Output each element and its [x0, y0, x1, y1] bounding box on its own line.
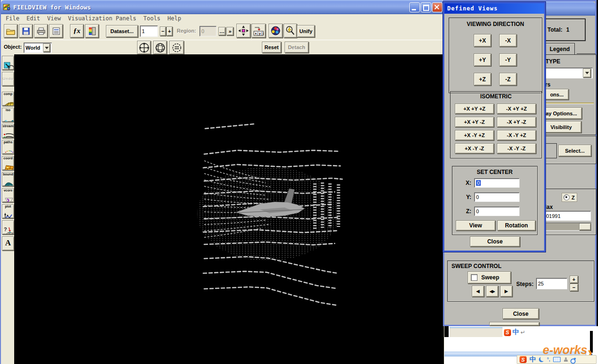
- isometric-button-4[interactable]: +X -Y +Z: [455, 130, 494, 140]
- sweep-back-button[interactable]: ◀: [472, 286, 484, 297]
- rotation-button[interactable]: Rotation: [497, 220, 536, 231]
- sweep-forward-button[interactable]: ▶: [500, 286, 512, 297]
- view-direction-button-plusy[interactable]: +Y: [474, 53, 491, 66]
- set-center-input-y[interactable]: 0: [474, 192, 520, 202]
- open-button[interactable]: [4, 24, 17, 38]
- transform-button[interactable]: [236, 24, 251, 38]
- isometric-button-3[interactable]: -X +Y -Z: [497, 117, 536, 127]
- fullwidth-moon-icon[interactable]: [539, 357, 544, 362]
- unify-button[interactable]: Unify: [297, 25, 315, 37]
- sidebar-item-zoom-select[interactable]: [2, 56, 14, 70]
- steps-plus-button[interactable]: +: [570, 276, 578, 283]
- account-icon[interactable]: [563, 357, 568, 362]
- sidebar-item-comp[interactable]: comp: [2, 92, 14, 106]
- isometric-button-1[interactable]: -X +Y +Z: [497, 104, 536, 114]
- menu-item-view[interactable]: View: [47, 15, 61, 22]
- sweep-toggle-button[interactable]: Sweep: [468, 271, 511, 284]
- save-button[interactable]: [19, 24, 33, 38]
- object-dropdown[interactable]: World: [24, 43, 52, 53]
- ime-chinese-mode[interactable]: 中: [529, 355, 536, 364]
- colorwheel-button[interactable]: [269, 24, 283, 38]
- sidebar-item-coord[interactable]: coord: [2, 156, 14, 170]
- pan-mode-button[interactable]: [137, 41, 151, 54]
- sogou-icon[interactable]: S: [504, 329, 511, 336]
- print-button[interactable]: [34, 24, 48, 38]
- menu-item-tools[interactable]: Tools: [143, 15, 160, 22]
- axes-button[interactable]: x|y|z: [251, 24, 266, 38]
- punctuation-icon[interactable]: °,: [547, 357, 550, 362]
- sweep-checkbox[interactable]: [471, 274, 477, 281]
- view-direction-button-plusz[interactable]: +Z: [474, 73, 491, 86]
- sidebar-item-annotate[interactable]: A: [2, 236, 14, 251]
- set-center-input-x[interactable]: 0: [474, 178, 520, 188]
- report-button[interactable]: [49, 24, 63, 38]
- visibility-button[interactable]: Visibility: [541, 121, 581, 133]
- menu-item-visualization-panels[interactable]: Visualization Panels: [68, 15, 137, 22]
- view-direction-button-minusx[interactable]: -X: [499, 34, 517, 47]
- viewport-scene[interactable]: [14, 54, 444, 364]
- sidebar-item-bound[interactable]: bound: [2, 172, 14, 186]
- isometric-button-7[interactable]: -X -Y -Z: [497, 143, 536, 154]
- max-input[interactable]: [540, 211, 591, 221]
- sogou-logo-icon[interactable]: S: [520, 356, 527, 363]
- isometric-button-2[interactable]: +X +Y -Z: [455, 117, 494, 127]
- minimize-button[interactable]: [409, 2, 420, 12]
- sweep-bounce-button[interactable]: ◀▶: [486, 286, 498, 297]
- sidebar-item-probe[interactable]: ?: [2, 220, 14, 234]
- isometric-button-0[interactable]: +X +Y +Z: [455, 104, 494, 114]
- steps-input[interactable]: [536, 278, 567, 289]
- dataset-minus-button[interactable]: −: [160, 26, 166, 36]
- view-direction-button-minusy[interactable]: -Y: [499, 53, 517, 66]
- set-center-input-z[interactable]: 0: [474, 207, 520, 216]
- region-list-button[interactable]: …: [218, 27, 225, 35]
- soft-keyboard-icon[interactable]: [553, 357, 561, 362]
- dialog-titlebar[interactable]: Defined Views: [444, 3, 544, 14]
- function-button[interactable]: ƒx: [70, 24, 84, 38]
- isometric-button-6[interactable]: +X -Y -Z: [455, 143, 494, 154]
- z-radio-icon[interactable]: [563, 194, 570, 200]
- type-dropdown-arrow[interactable]: [583, 69, 591, 78]
- z-radio-chip[interactable]: Z: [562, 193, 577, 202]
- dataset-plus-button[interactable]: +: [166, 26, 173, 36]
- isometric-button-5[interactable]: -X -Y +Z: [497, 130, 536, 140]
- type-dropdown[interactable]: [544, 68, 593, 78]
- display-options-button[interactable]: ay Options...: [541, 107, 582, 119]
- slider-handle[interactable]: [579, 223, 591, 230]
- close-button[interactable]: [432, 2, 442, 12]
- view-button[interactable]: View: [456, 220, 495, 231]
- ime-lang-indicator[interactable]: 中: [512, 328, 519, 337]
- viewport[interactable]: [14, 54, 444, 364]
- sidebar-item-paths[interactable]: paths: [2, 140, 14, 154]
- menu-item-edit[interactable]: Edit: [26, 15, 40, 22]
- max-slider[interactable]: [540, 223, 592, 231]
- options-button[interactable]: ons...: [545, 89, 569, 100]
- object-dropdown-arrow[interactable]: [43, 43, 50, 52]
- dataset-button[interactable]: Dataset...: [106, 25, 138, 37]
- ime-mini-bar[interactable]: S 中 ↵: [504, 328, 525, 337]
- zoom-mode-button[interactable]: [169, 41, 184, 54]
- maximize-button[interactable]: [421, 2, 431, 12]
- rotate-mode-button[interactable]: [153, 41, 167, 54]
- color-chip[interactable]: [544, 143, 557, 158]
- reset-button[interactable]: Reset: [262, 42, 281, 53]
- view-direction-button-minusz[interactable]: -Z: [499, 73, 517, 86]
- select-button[interactable]: Select...: [558, 145, 591, 156]
- sidebar-item-plot[interactable]: plot: [2, 204, 14, 218]
- colormap-button[interactable]: [85, 24, 99, 38]
- sidebar-item-iso[interactable]: iso: [2, 108, 14, 122]
- panel-close-button[interactable]: Close: [503, 308, 539, 319]
- probe-tool-button[interactable]: [284, 24, 297, 38]
- sidebar-item-vcore[interactable]: vcore: [2, 188, 14, 202]
- main-titlebar[interactable]: FIELDVIEW for Windows: [1, 0, 444, 14]
- view-direction-button-plusx[interactable]: +X: [474, 34, 491, 47]
- settings-wrench-icon[interactable]: [571, 357, 576, 362]
- menu-item-help[interactable]: Help: [167, 15, 181, 22]
- sidebar-item-stream[interactable]: stream: [2, 124, 14, 138]
- region-step-button[interactable]: »: [226, 27, 234, 35]
- svg-text:?: ?: [4, 226, 7, 232]
- tab-legend[interactable]: Legend: [545, 43, 575, 54]
- menu-item-file[interactable]: File: [6, 15, 19, 22]
- dialog-close-button[interactable]: Close: [470, 236, 520, 247]
- dataset-input[interactable]: [140, 26, 158, 37]
- steps-minus-button[interactable]: −: [570, 284, 578, 291]
